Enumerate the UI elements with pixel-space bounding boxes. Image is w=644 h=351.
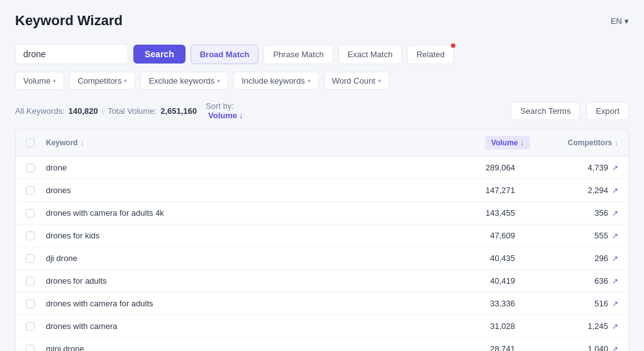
- keyword-cell: mini drone: [46, 344, 442, 351]
- table-row: dji drone 40,435 296 ↗: [16, 247, 628, 270]
- competitors-cell: 555 ↗: [530, 231, 618, 240]
- row-checkbox-0[interactable]: [26, 164, 35, 172]
- keyword-cell: drones for adults: [46, 276, 442, 286]
- volume-cell: 147,271: [442, 186, 530, 195]
- export-button[interactable]: Export: [586, 102, 629, 120]
- row-checkbox-6[interactable]: [26, 299, 35, 308]
- volume-cell: 289,064: [442, 163, 530, 172]
- filter-bar: Volume ▾ Competitors ▾ Exclude keywords …: [15, 72, 629, 90]
- competitors-cell: 1,245 ↗: [530, 321, 618, 331]
- open-icon[interactable]: ↗: [612, 209, 618, 218]
- tab-broad-match[interactable]: Broad Match: [191, 45, 259, 64]
- table-row: drones with camera for adults 4k 143,455…: [16, 202, 628, 225]
- competitors-cell: 4,739 ↗: [530, 163, 618, 172]
- table-row: drones with camera for adults 33,336 516…: [16, 292, 628, 315]
- volume-cell: 28,741: [442, 344, 530, 351]
- volume-column-header: Volume ↓: [442, 136, 530, 150]
- open-icon[interactable]: ↗: [612, 322, 618, 331]
- open-icon[interactable]: ↗: [612, 345, 618, 352]
- sort-by-link[interactable]: Volume ↓: [208, 111, 243, 120]
- filter-include-keywords[interactable]: Include keywords ▾: [233, 72, 318, 90]
- row-checkbox-col: [26, 209, 46, 218]
- table-row: drones for kids 47,609 555 ↗: [16, 225, 628, 247]
- page-title: Keyword Wizard: [15, 13, 123, 29]
- open-icon[interactable]: ↗: [612, 231, 618, 240]
- keyword-cell: drone: [46, 163, 442, 172]
- tab-related[interactable]: Related: [407, 45, 454, 64]
- keyword-cell: drones with camera for adults: [46, 299, 442, 308]
- table-row: drone 289,064 4,739 ↗: [16, 157, 628, 179]
- competitors-cell: 2,294 ↗: [530, 186, 618, 195]
- keywords-table: Keyword ↕ Volume ↓ Competitors ↕ drone 2…: [15, 129, 629, 351]
- row-checkbox-7[interactable]: [26, 322, 35, 331]
- search-terms-button[interactable]: Search Terms: [511, 102, 580, 120]
- summary-row: All Keywords: 140,820 | Total Volume: 2,…: [15, 101, 629, 120]
- keyword-sort-icon[interactable]: ↕: [80, 139, 84, 147]
- search-bar: Search Broad Match Phrase Match Exact Ma…: [15, 44, 629, 64]
- lang-selector[interactable]: EN ▾: [611, 16, 629, 26]
- row-checkbox-1[interactable]: [26, 186, 35, 195]
- total-volume-value: 2,651,160: [160, 106, 197, 116]
- row-checkbox-col: [26, 254, 46, 263]
- volume-header-bg[interactable]: Volume ↓: [485, 136, 530, 150]
- table-body: drone 289,064 4,739 ↗ drones 147,271 2,2…: [16, 157, 628, 351]
- competitors-cell: 516 ↗: [530, 299, 618, 308]
- row-checkbox-col: [26, 322, 46, 331]
- related-dot: [451, 43, 455, 48]
- keyword-cell: drones for kids: [46, 231, 442, 240]
- tab-phrase-match[interactable]: Phrase Match: [264, 45, 333, 64]
- volume-sort-icon[interactable]: ↓: [521, 139, 525, 147]
- filter-volume[interactable]: Volume ▾: [15, 72, 64, 90]
- search-button[interactable]: Search: [133, 45, 186, 64]
- row-checkbox-col: [26, 231, 46, 240]
- total-volume-label: Total Volume:: [108, 106, 157, 116]
- row-checkbox-col: [26, 299, 46, 308]
- row-checkbox-col: [26, 277, 46, 286]
- volume-cell: 31,028: [442, 321, 530, 331]
- volume-cell: 143,455: [442, 208, 530, 218]
- table-actions: Search Terms Export: [511, 102, 629, 120]
- open-icon[interactable]: ↗: [612, 186, 618, 195]
- open-icon[interactable]: ↗: [612, 277, 618, 286]
- row-checkbox-3[interactable]: [26, 231, 35, 240]
- table-header: Keyword ↕ Volume ↓ Competitors ↕: [16, 130, 628, 157]
- competitors-cell: 1,040 ↗: [530, 344, 618, 351]
- filter-competitors[interactable]: Competitors ▾: [69, 72, 135, 90]
- open-icon[interactable]: ↗: [612, 254, 618, 263]
- volume-cell: 47,609: [442, 231, 530, 240]
- page-header: Keyword Wizard EN ▾: [15, 13, 629, 29]
- tab-exact-match[interactable]: Exact Match: [338, 45, 402, 64]
- row-checkbox-2[interactable]: [26, 209, 35, 218]
- row-checkbox-8[interactable]: [26, 345, 35, 352]
- table-row: drones with camera 31,028 1,245 ↗: [16, 315, 628, 338]
- competitors-sort-icon[interactable]: ↕: [615, 139, 619, 147]
- select-all-checkbox[interactable]: [26, 138, 35, 147]
- competitors-cell: 356 ↗: [530, 208, 618, 218]
- competitors-cell: 296 ↗: [530, 254, 618, 263]
- row-checkbox-col: [26, 164, 46, 172]
- keyword-cell: drones with camera: [46, 321, 442, 331]
- lang-chevron: ▾: [625, 16, 629, 26]
- all-keywords-label: All Keywords:: [15, 106, 65, 116]
- row-checkbox-5[interactable]: [26, 277, 35, 286]
- row-checkbox-col: [26, 345, 46, 352]
- filter-word-count[interactable]: Word Count ▾: [324, 72, 389, 90]
- open-icon[interactable]: ↗: [612, 299, 618, 308]
- chevron-down-icon: ▾: [308, 77, 311, 84]
- table-row: drones 147,271 2,294 ↗: [16, 179, 628, 202]
- competitors-cell: 636 ↗: [530, 276, 618, 286]
- filter-exclude-keywords[interactable]: Exclude keywords ▾: [140, 72, 228, 90]
- volume-cell: 40,435: [442, 254, 530, 263]
- chevron-down-icon: ▾: [217, 77, 220, 84]
- row-checkbox-4[interactable]: [26, 254, 35, 263]
- keyword-column-header: Keyword ↕: [46, 138, 442, 147]
- header-checkbox-col: [26, 138, 46, 147]
- search-input[interactable]: [15, 44, 128, 64]
- keyword-cell: drones with camera for adults 4k: [46, 208, 442, 218]
- open-icon[interactable]: ↗: [612, 164, 618, 172]
- all-keywords-value: 140,820: [69, 106, 98, 116]
- lang-label: EN: [611, 16, 622, 26]
- row-checkbox-col: [26, 186, 46, 195]
- table-row: mini drone 28,741 1,040 ↗: [16, 338, 628, 351]
- table-row: drones for adults 40,419 636 ↗: [16, 270, 628, 292]
